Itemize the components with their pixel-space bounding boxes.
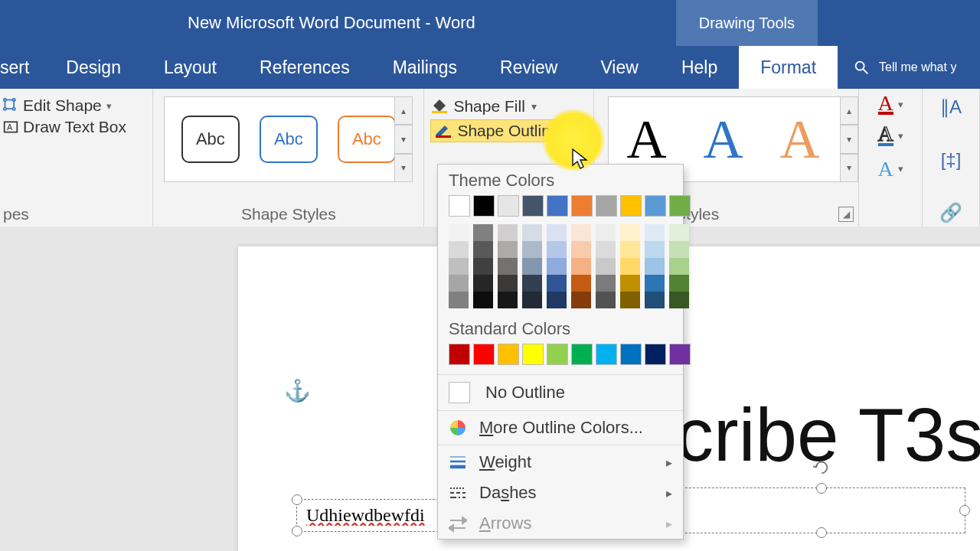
tab-mailings[interactable]: Mailings — [371, 46, 479, 89]
color-swatch[interactable] — [645, 195, 666, 217]
create-link-icon[interactable]: 🔗 — [939, 202, 962, 223]
text-outline-button[interactable]: A▾ — [878, 126, 903, 145]
color-swatch[interactable] — [669, 195, 691, 217]
color-swatch[interactable] — [449, 241, 469, 258]
color-swatch[interactable] — [522, 224, 542, 241]
color-swatch[interactable] — [547, 241, 567, 258]
color-swatch[interactable] — [449, 292, 469, 308]
color-swatch[interactable] — [449, 195, 470, 217]
dashes-item[interactable]: Dashes▸ — [438, 478, 683, 508]
tab-view[interactable]: View — [579, 46, 659, 89]
color-swatch[interactable] — [498, 275, 518, 292]
color-swatch[interactable] — [473, 241, 493, 258]
color-swatch[interactable] — [645, 224, 665, 241]
color-swatch[interactable] — [547, 275, 567, 292]
color-swatch[interactable] — [498, 258, 518, 275]
color-swatch[interactable] — [620, 344, 642, 365]
color-swatch[interactable] — [522, 241, 542, 258]
color-swatch[interactable] — [547, 292, 567, 308]
handle-bottom[interactable] — [816, 527, 827, 538]
wordart-thumb-2[interactable]: A — [704, 108, 743, 171]
color-swatch[interactable] — [620, 195, 642, 217]
color-swatch[interactable] — [596, 275, 616, 292]
color-swatch[interactable] — [473, 344, 495, 365]
color-swatch[interactable] — [669, 344, 691, 365]
color-swatch[interactable] — [571, 292, 591, 308]
tell-me-search[interactable]: Tell me what y — [838, 46, 956, 89]
color-swatch[interactable] — [498, 344, 519, 365]
color-swatch[interactable] — [669, 292, 689, 308]
color-swatch[interactable] — [473, 275, 493, 292]
selection-frame[interactable] — [678, 487, 965, 533]
shape-style-gallery[interactable]: Abc Abc Abc ▴▾▾ — [164, 96, 413, 182]
color-swatch[interactable] — [669, 241, 689, 258]
color-swatch[interactable] — [620, 241, 640, 258]
weight-item[interactable]: Weight▸ — [438, 447, 683, 478]
color-swatch[interactable] — [596, 292, 616, 308]
color-swatch[interactable] — [620, 224, 640, 241]
draw-text-box-button[interactable]: A Draw Text Box — [3, 118, 146, 136]
color-swatch[interactable] — [449, 224, 469, 241]
handle-top[interactable] — [816, 483, 827, 494]
color-swatch[interactable] — [571, 195, 593, 217]
text-fill-button[interactable]: A▾ — [878, 95, 903, 115]
color-swatch[interactable] — [620, 292, 640, 308]
color-swatch[interactable] — [596, 224, 616, 241]
no-outline-item[interactable]: No Outline — [438, 377, 683, 409]
edit-shape-button[interactable]: Edit Shape ▾ — [3, 96, 146, 115]
color-swatch[interactable] — [547, 258, 567, 275]
color-swatch[interactable] — [498, 292, 518, 308]
tab-help[interactable]: Help — [660, 46, 739, 89]
color-swatch[interactable] — [473, 292, 493, 308]
handle-bottom-left[interactable] — [292, 526, 302, 536]
handle-top-left[interactable] — [292, 494, 302, 505]
style-thumb-1[interactable]: Abc — [181, 116, 240, 163]
color-swatch[interactable] — [449, 258, 469, 275]
style-thumb-2[interactable]: Abc — [260, 116, 318, 163]
align-text-icon[interactable]: [‡] — [941, 149, 962, 171]
color-swatch[interactable] — [498, 241, 518, 258]
color-swatch[interactable] — [571, 224, 591, 241]
shape-outline-button[interactable]: Shape Outline▾ — [430, 119, 586, 142]
color-swatch[interactable] — [522, 195, 544, 217]
color-swatch[interactable] — [473, 224, 493, 241]
color-swatch[interactable] — [522, 292, 542, 308]
color-swatch[interactable] — [473, 258, 493, 275]
color-swatch[interactable] — [449, 275, 469, 292]
color-swatch[interactable] — [645, 275, 665, 292]
color-swatch[interactable] — [620, 258, 640, 275]
contextual-tab-drawing-tools[interactable]: Drawing Tools — [676, 0, 818, 46]
gallery-scroll[interactable]: ▴▾▾ — [394, 96, 413, 182]
rotate-handle[interactable] — [813, 459, 830, 479]
color-swatch[interactable] — [571, 344, 593, 365]
color-swatch[interactable] — [498, 195, 519, 217]
wordart-thumb-1[interactable]: A — [627, 108, 667, 171]
tab-layout[interactable]: Layout — [142, 46, 238, 89]
tab-insert[interactable]: sert — [0, 46, 44, 89]
color-swatch[interactable] — [522, 258, 542, 275]
tab-design[interactable]: Design — [44, 46, 142, 89]
color-swatch[interactable] — [498, 224, 518, 241]
wordart-dialog-launcher[interactable]: ◢ — [838, 207, 854, 222]
color-swatch[interactable] — [645, 258, 665, 275]
color-swatch[interactable] — [522, 275, 542, 292]
text-box-input[interactable] — [305, 504, 443, 527]
color-swatch[interactable] — [596, 195, 617, 217]
shape-fill-button[interactable]: Shape Fill▾ — [430, 97, 586, 116]
color-swatch[interactable] — [596, 258, 616, 275]
tab-format[interactable]: Format — [739, 46, 838, 89]
color-swatch[interactable] — [620, 275, 640, 292]
color-swatch[interactable] — [669, 275, 689, 292]
color-swatch[interactable] — [596, 344, 617, 365]
more-outline-colors-item[interactable]: More Outline Colors... — [438, 412, 683, 443]
style-thumb-3[interactable]: Abc — [338, 116, 396, 163]
color-swatch[interactable] — [596, 241, 616, 258]
color-swatch[interactable] — [571, 258, 591, 275]
text-box[interactable] — [296, 499, 454, 532]
text-direction-icon[interactable]: ∥A — [940, 96, 962, 118]
wordart-thumb-3[interactable]: A — [780, 108, 820, 171]
tab-references[interactable]: References — [238, 46, 371, 89]
color-swatch[interactable] — [571, 275, 591, 292]
color-swatch[interactable] — [449, 344, 470, 365]
color-swatch[interactable] — [669, 224, 689, 241]
